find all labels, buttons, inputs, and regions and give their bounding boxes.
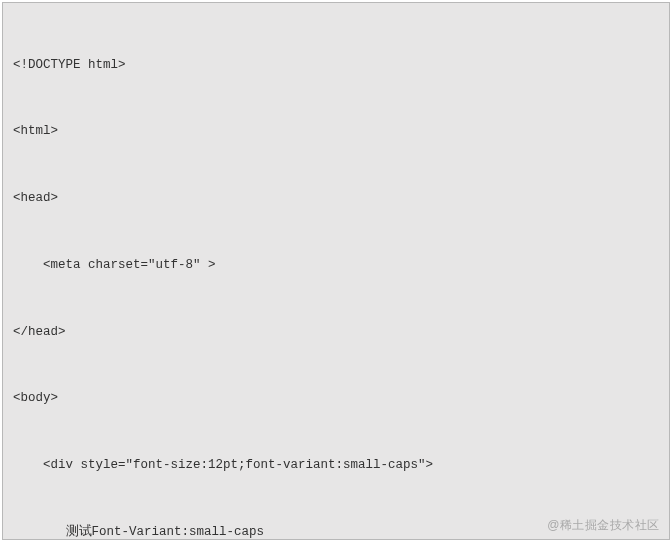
code-line: <html>	[13, 120, 659, 142]
code-line: <div style="font-size:12pt;font-variant:…	[13, 454, 659, 476]
code-line: 测试Font-Variant:small-caps	[13, 521, 659, 540]
code-line: <head>	[13, 187, 659, 209]
code-line: <!DOCTYPE html>	[13, 54, 659, 76]
code-line: <body>	[13, 387, 659, 409]
code-line: <meta charset="utf-8" >	[13, 254, 659, 276]
code-container: <!DOCTYPE html> <html> <head> <meta char…	[2, 2, 670, 540]
code-line: </head>	[13, 321, 659, 343]
